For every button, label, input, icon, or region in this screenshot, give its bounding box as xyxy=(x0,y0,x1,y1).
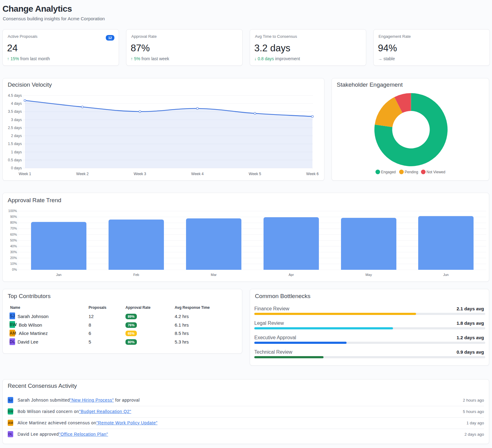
svg-text:Feb: Feb xyxy=(133,273,139,277)
svg-text:4.5 days: 4.5 days xyxy=(8,93,22,98)
svg-text:Jan: Jan xyxy=(56,273,62,277)
svg-text:3 days: 3 days xyxy=(11,118,22,122)
svg-text:3.5 days: 3.5 days xyxy=(8,109,22,114)
svg-text:Week 2: Week 2 xyxy=(76,172,89,176)
svg-text:40%: 40% xyxy=(10,244,17,248)
svg-text:May: May xyxy=(366,273,372,277)
svg-text:Week 3: Week 3 xyxy=(134,172,146,176)
svg-text:60%: 60% xyxy=(10,233,17,236)
svg-text:Week 1: Week 1 xyxy=(19,172,31,176)
svg-text:70%: 70% xyxy=(10,226,17,230)
svg-text:0%: 0% xyxy=(12,268,17,271)
svg-text:1 days: 1 days xyxy=(11,150,22,154)
svg-text:1.5 days: 1.5 days xyxy=(8,142,22,146)
svg-text:Mar: Mar xyxy=(211,273,217,277)
svg-text:Pending: Pending xyxy=(405,170,418,174)
svg-text:0.5 days: 0.5 days xyxy=(8,158,22,162)
svg-text:20%: 20% xyxy=(10,256,17,260)
svg-text:100%: 100% xyxy=(8,209,17,213)
svg-text:2.5 days: 2.5 days xyxy=(8,126,22,130)
svg-text:0 days: 0 days xyxy=(11,166,22,170)
svg-text:4 days: 4 days xyxy=(11,101,22,106)
svg-text:10%: 10% xyxy=(10,262,17,265)
svg-text:Engaged: Engaged xyxy=(381,170,396,174)
svg-text:Not Viewed: Not Viewed xyxy=(427,170,445,174)
svg-text:Jun: Jun xyxy=(443,273,449,277)
svg-text:2 days: 2 days xyxy=(11,134,22,138)
svg-text:80%: 80% xyxy=(10,221,17,224)
svg-text:Week 4: Week 4 xyxy=(191,172,204,176)
svg-text:90%: 90% xyxy=(10,215,17,218)
svg-text:50%: 50% xyxy=(10,238,17,242)
svg-text:30%: 30% xyxy=(10,250,17,254)
svg-text:Apr: Apr xyxy=(288,273,294,277)
svg-text:Week 6: Week 6 xyxy=(306,172,319,176)
svg-text:Week 5: Week 5 xyxy=(249,172,261,176)
